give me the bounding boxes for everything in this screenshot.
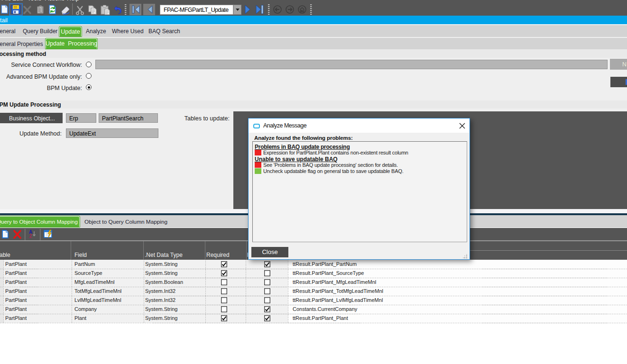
svg-text:Z: Z [29,234,32,239]
